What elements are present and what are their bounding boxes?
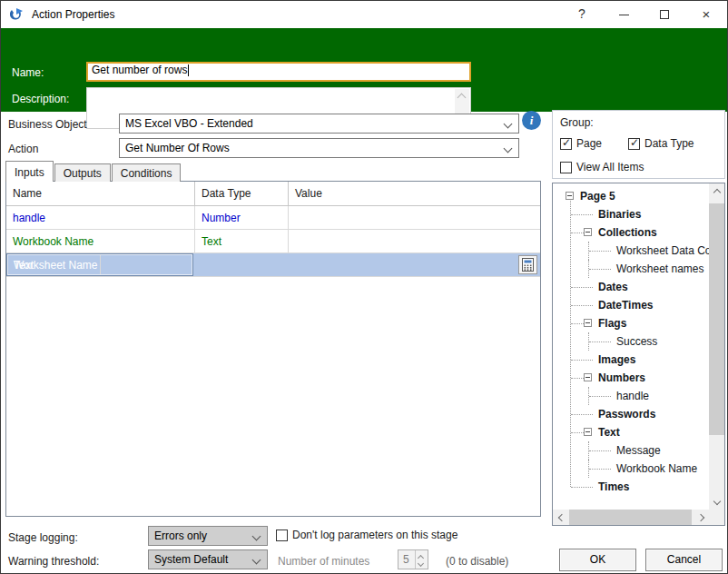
titlebar: Action Properties ? × [1,1,727,28]
action-select[interactable]: Get Number Of Rows [119,138,519,158]
table-header: Name Data Type Value [6,182,540,206]
horizontal-scroll-thumb[interactable] [569,510,692,525]
collapse-icon[interactable] [584,373,592,381]
tree-connector [571,378,584,379]
table-row[interactable]: Worksheet NameText [6,253,540,277]
tree-item-label: Times [598,480,629,493]
tree-item-passwords[interactable]: Passwords [553,405,709,423]
tree-item-label: Dates [598,281,628,293]
dont-log-checkbox[interactable]: Don't log parameters on this stage [276,529,457,541]
tree-item-datetimes[interactable]: DateTimes [553,296,709,314]
minutes-spinner[interactable]: 5 [398,549,428,569]
cell-value[interactable] [288,230,540,252]
spinner-buttons[interactable] [415,550,428,569]
calculator-icon [522,258,534,272]
checkbox-icon [560,138,572,150]
business-object-select[interactable]: MS Excel VBO - Extended [119,114,519,134]
vertical-scroll-thumb[interactable] [709,203,724,435]
tree-vertical-scrollbar[interactable] [709,183,724,510]
maximize-button[interactable] [644,1,685,27]
business-object-label: Business Object [8,118,87,131]
cell-name[interactable]: handle [6,206,194,229]
scroll-left-icon[interactable] [553,510,568,525]
tree-item-label: Worksheet Data Co [616,244,709,257]
expression-builder-button[interactable] [518,255,537,274]
tab-inputs[interactable]: Inputs [5,161,54,182]
tree-item-page-5[interactable]: Page 5 [553,187,709,205]
warning-threshold-label: Warning threshold: [8,555,99,568]
tab-conditions[interactable]: Conditions [112,163,182,182]
tab-outputs[interactable]: Outputs [54,163,111,182]
tree-item-label: Collections [598,226,657,239]
scrollbar-corner [709,510,724,525]
scroll-right-icon[interactable] [694,510,709,525]
tree-item-success[interactable]: Success [553,332,709,351]
checkbox-view-all-items[interactable]: View All Items [560,161,644,173]
tree-item-workbook-name[interactable]: Workbook Name [553,460,709,478]
tree-item-label: Success [616,335,657,348]
description-label: Description: [12,93,69,105]
checkbox-data-type[interactable]: Data Type [628,137,694,150]
tree-item-numbers[interactable]: Numbers [553,369,709,387]
minimize-button[interactable] [603,1,644,27]
tree-item-flags[interactable]: Flags [553,314,709,332]
checkbox-page[interactable]: Page [560,137,602,150]
cancel-button[interactable]: Cancel [645,549,723,571]
collapse-icon[interactable] [584,228,592,236]
name-input[interactable]: Get number of rows [86,62,471,82]
tree-connector [571,214,593,215]
tree-item-label: Flags [598,317,626,330]
tree-item-label: handle [616,390,649,402]
cell-value[interactable] [288,206,540,229]
tree-connector [571,360,593,361]
cell-name[interactable]: Worksheet Name [7,254,192,275]
tree-connector [589,469,611,470]
group-label: Group: [560,116,594,129]
warning-threshold-select[interactable]: System Default [148,549,268,569]
cell-datatype: Number [194,206,288,229]
tree-item-label: Binaries [598,208,641,221]
chevron-down-icon [252,556,261,565]
maximize-icon [660,10,669,19]
scroll-up-icon[interactable] [709,183,724,199]
tree-item-handle[interactable]: handle [553,387,709,405]
tree-item-images[interactable]: Images [553,351,709,369]
scroll-up-icon [457,94,467,103]
ok-button[interactable]: OK [559,549,636,571]
info-icon[interactable]: i [522,111,541,130]
dont-log-label: Don't log parameters on this stage [292,529,457,541]
tree-item-binaries[interactable]: Binaries [553,205,709,223]
table-row[interactable]: handleNumber [6,206,540,230]
collapse-icon[interactable] [584,319,592,327]
minimize-icon [619,15,629,15]
tree-item-message[interactable]: Message [553,441,709,460]
tree-item-collections[interactable]: Collections [553,223,709,242]
tree-item-worksheet-names[interactable]: Worksheet names [553,260,709,278]
collapse-icon[interactable] [566,192,574,200]
tree-connector [571,432,584,433]
table-body: handleNumberWorkbook NameTextWorksheet N… [6,206,540,277]
chevron-down-icon [504,120,513,129]
data-items-tree: Page 5BinariesCollectionsWorksheet Data … [552,183,725,526]
tree-content: Page 5BinariesCollectionsWorksheet Data … [553,183,709,510]
tree-item-dates[interactable]: Dates [553,278,709,296]
help-button[interactable]: ? [561,1,603,27]
tree-item-times[interactable]: Times [553,478,709,496]
scroll-down-icon[interactable] [709,494,724,510]
tree-item-worksheet-data-co[interactable]: Worksheet Data Co [553,242,709,260]
column-header-value: Value [288,182,540,205]
table-row[interactable]: Workbook NameText [6,230,540,253]
tree-connector [571,414,593,415]
group-panel: Group: PageData TypeView All Items [552,110,725,179]
tree-connector [571,323,584,324]
collapse-icon[interactable] [584,428,592,436]
checkbox-label: Data Type [644,137,694,150]
tree-item-text[interactable]: Text [553,423,709,441]
close-button[interactable]: × [685,1,727,27]
action-properties-dialog: Action Properties ? × Name: Get number o… [0,0,728,574]
tree-horizontal-scrollbar[interactable] [553,510,709,525]
tree-item-label: Page 5 [580,190,615,203]
cell-name[interactable]: Workbook Name [6,230,194,252]
stage-logging-select[interactable]: Errors only [148,526,268,546]
inputs-table: Name Data Type Value handleNumberWorkboo… [5,181,541,517]
